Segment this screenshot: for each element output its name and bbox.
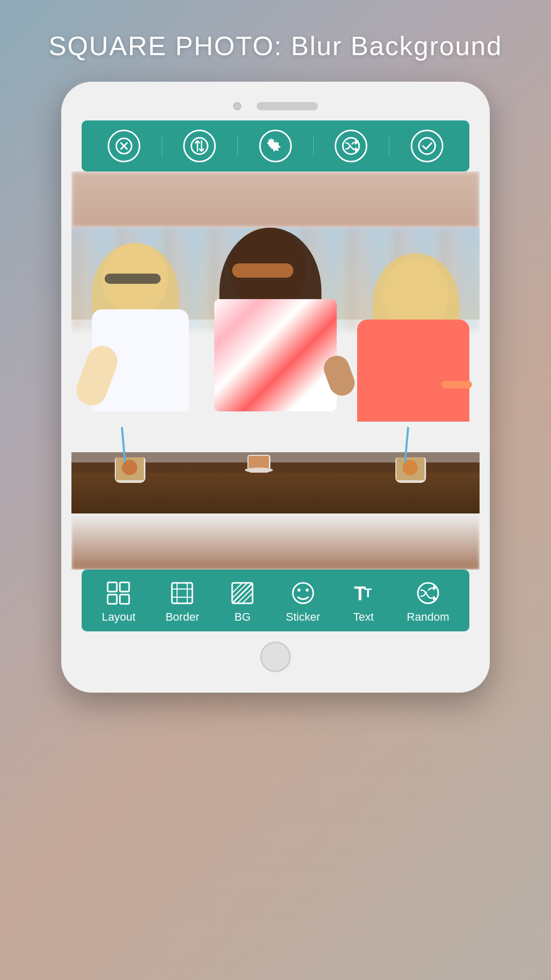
layout-icon [105,580,132,606]
random-button[interactable]: Random [407,580,449,624]
svg-rect-9 [120,582,129,592]
svg-point-23 [293,583,313,603]
svg-rect-12 [172,583,192,603]
blur-bg-bottom [71,513,480,570]
border-icon [169,580,195,606]
swap-button[interactable] [183,130,216,162]
sticker-label: Sticker [286,610,320,624]
bg-label: BG [234,610,251,624]
confirm-button[interactable] [411,130,443,162]
phone-speaker [257,102,318,110]
shuffle-button[interactable] [335,130,367,162]
swap-icon [190,137,209,155]
page-title: SQUARE PHOTO: Blur Background [28,0,522,82]
svg-line-18 [232,583,253,603]
close-button[interactable] [108,130,140,162]
blur-bg-top [71,172,480,228]
divider-3 [313,136,314,156]
phone-mockup: Layout Border [61,82,490,693]
svg-point-3 [191,138,208,154]
coffee-cup-right [393,437,429,483]
text-button[interactable]: T T Text [350,580,377,624]
phone-camera [233,102,241,110]
top-toolbar [82,120,469,172]
layout-button[interactable]: Layout [102,580,135,624]
coffee-cup-left [112,437,148,483]
divider-2 [237,136,238,156]
svg-point-25 [306,589,309,592]
bg-button[interactable]: BG [229,580,256,624]
photo-area [71,172,480,570]
sticker-button[interactable]: Sticker [286,580,320,624]
espresso-cup [245,445,273,473]
svg-rect-11 [120,595,129,604]
text-icon: T T [350,580,377,606]
random-label: Random [407,610,449,624]
svg-line-20 [232,583,242,593]
home-button[interactable] [260,642,291,672]
random-icon [415,580,441,606]
phone-top-bar [71,97,480,120]
settings-button[interactable] [259,130,292,162]
border-label: Border [165,610,199,624]
text-label: Text [353,610,373,624]
svg-rect-8 [108,582,117,592]
svg-line-22 [242,593,253,603]
border-button[interactable]: Border [165,580,199,624]
checkmark-icon [418,137,436,155]
bottom-toolbar: Layout Border [82,570,469,631]
gear-icon [266,137,285,155]
svg-point-24 [297,589,300,592]
phone-bottom-bar [71,631,480,677]
svg-text:T: T [364,586,372,600]
divider-1 [162,136,162,156]
svg-point-28 [418,583,438,603]
svg-point-7 [419,138,435,154]
svg-rect-10 [108,595,117,604]
divider-4 [389,136,389,156]
main-photo [71,228,480,513]
sticker-icon [290,580,316,606]
layout-label: Layout [102,610,135,624]
person-center [189,228,362,473]
close-icon [115,137,133,155]
shuffle-icon [342,137,360,155]
bg-icon [229,580,256,606]
